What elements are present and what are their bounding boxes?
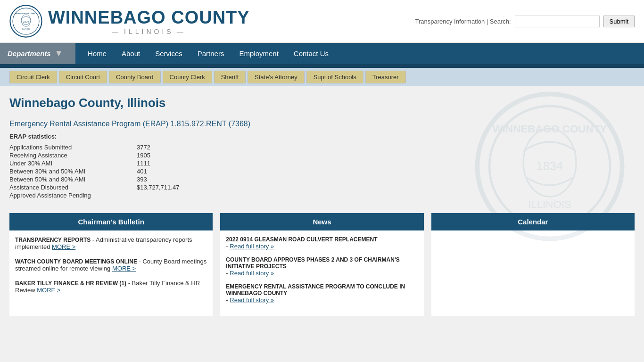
- svg-text:ILLINOIS: ILLINOIS: [22, 28, 30, 30]
- news-item-link-line: - Read full story »: [226, 296, 418, 304]
- nav-partners[interactable]: Partners: [190, 43, 232, 64]
- stat-value: 401: [137, 168, 147, 175]
- site-header: WINNEBAGO COUNTY ILLINOIS 1834 WINNEBAGO…: [0, 0, 644, 43]
- site-title: WINNEBAGO COUNTY ILLINOIS: [48, 8, 250, 35]
- bulletin-more-link[interactable]: MORE >: [52, 243, 75, 250]
- bulletin-item-title: BAKER TILLY FINANCE & HR REVIEW (1): [15, 280, 126, 287]
- stat-value: 393: [137, 176, 147, 183]
- bulletin-more-link[interactable]: MORE >: [112, 265, 136, 272]
- bulletin-item-title: TRANSPARENCY REPORTS: [15, 237, 91, 243]
- stat-value: 1905: [137, 152, 150, 159]
- svg-text:WINNEBAGO COUNTY: WINNEBAGO COUNTY: [15, 12, 37, 15]
- county-seal: WINNEBAGO COUNTY ILLINOIS 1834: [9, 5, 42, 38]
- stat-label: Under 30% AMI: [9, 160, 127, 167]
- bulletin-panel: Chairman's Bulletin TRANSPARENCY REPORTS…: [9, 213, 213, 316]
- news-read-more-link[interactable]: Read full story »: [230, 270, 274, 277]
- bulletin-item-title: WATCH COUNTY BOARD MEETINGS ONLINE: [15, 258, 137, 265]
- nav-employment[interactable]: Employment: [231, 43, 286, 64]
- watermark-seal: WINNEBAGO COUNTY ILLINOIS 1834: [474, 91, 625, 242]
- stat-value: 3772: [137, 144, 150, 151]
- bulletin-header: Chairman's Bulletin: [9, 213, 213, 230]
- stat-label: Applications Submitted: [9, 144, 127, 151]
- dept-tab-treasurer[interactable]: Treasurer: [365, 71, 406, 83]
- nav-about[interactable]: About: [114, 43, 148, 64]
- svg-text:1834: 1834: [537, 159, 563, 173]
- departments-arrow-icon: ▼: [55, 49, 63, 58]
- dept-tab-circuit-clerk[interactable]: Circuit Clerk: [9, 71, 57, 83]
- news-item: EMERGENCY RENTAL ASSISTANCE PROGRAM TO C…: [226, 283, 418, 304]
- secondary-bar: [0, 64, 644, 68]
- search-input[interactable]: [515, 16, 600, 27]
- departments-label: Departments: [8, 49, 51, 58]
- nav-services[interactable]: Services: [148, 43, 190, 64]
- svg-text:1834: 1834: [23, 20, 29, 23]
- dept-tab-county-board[interactable]: County Board: [109, 71, 161, 83]
- nav-home[interactable]: Home: [80, 43, 114, 64]
- nav-links: Home About Services Partners Employment …: [75, 43, 341, 64]
- dept-tab-county-clerk[interactable]: County Clerk: [163, 71, 212, 83]
- stat-label: Between 30% and 50% AMI: [9, 168, 127, 175]
- news-body: 2022 0914 GLEASMAN ROAD CULVERT REPLACEM…: [220, 230, 423, 316]
- news-header: News: [220, 213, 423, 230]
- search-submit-button[interactable]: Submit: [603, 16, 635, 27]
- nav-contact[interactable]: Contact Us: [286, 43, 336, 64]
- news-item: 2022 0914 GLEASMAN ROAD CULVERT REPLACEM…: [226, 236, 418, 250]
- svg-text:ILLINOIS: ILLINOIS: [528, 198, 571, 210]
- news-item-title: COUNTY BOARD APPROVES PHASES 2 AND 3 OF …: [226, 256, 418, 270]
- stat-label: Approved Assistance Pending: [9, 192, 127, 199]
- news-read-more-link[interactable]: Read full story »: [230, 296, 274, 304]
- news-panel: News 2022 0914 GLEASMAN ROAD CULVERT REP…: [220, 213, 423, 316]
- stat-label: Receiving Assistance: [9, 152, 127, 159]
- main-content: WINNEBAGO COUNTY ILLINOIS 1834 Winnebago…: [0, 86, 644, 325]
- bulletin-more-link[interactable]: MORE >: [37, 287, 60, 294]
- dept-tab-sheriff[interactable]: Sheriff: [214, 71, 246, 83]
- nav-bar: Departments ▼ Home About Services Partne…: [0, 43, 644, 64]
- bulletin-body: TRANSPARENCY REPORTS - Administrative tr…: [9, 230, 213, 307]
- departments-dropdown[interactable]: Departments ▼: [0, 43, 75, 64]
- stat-label: Assistance Disbursed: [9, 184, 127, 191]
- bulletin-item: BAKER TILLY FINANCE & HR REVIEW (1) - Ba…: [15, 280, 207, 294]
- transparency-label: Transparency Information | Search:: [415, 18, 511, 25]
- site-name: WINNEBAGO COUNTY: [48, 8, 250, 28]
- dept-tab-circuit-court[interactable]: Circuit Court: [59, 71, 107, 83]
- dept-tab-supt-of-schools[interactable]: Supt of Schools: [306, 71, 363, 83]
- news-read-more-link[interactable]: Read full story »: [230, 243, 274, 250]
- bulletin-item: WATCH COUNTY BOARD MEETINGS ONLINE - Cou…: [15, 258, 207, 272]
- stat-value: 1111: [137, 160, 150, 167]
- news-item-link-line: - Read full story »: [226, 243, 418, 250]
- header-search-area: Transparency Information | Search: Submi…: [415, 16, 635, 27]
- stat-label: Between 50% and 80% AMI: [9, 176, 127, 183]
- site-subtitle: ILLINOIS: [48, 28, 250, 35]
- logo-area: WINNEBAGO COUNTY ILLINOIS 1834 WINNEBAGO…: [9, 5, 250, 38]
- news-item-title: EMERGENCY RENTAL ASSISTANCE PROGRAM TO C…: [226, 283, 418, 296]
- dept-tab-states-attorney[interactable]: State's Attorney: [248, 71, 305, 83]
- news-item: COUNTY BOARD APPROVES PHASES 2 AND 3 OF …: [226, 256, 418, 277]
- bulletin-item: TRANSPARENCY REPORTS - Administrative tr…: [15, 236, 207, 250]
- news-item-link-line: - Read full story »: [226, 270, 418, 277]
- dept-tabs-bar: Circuit ClerkCircuit CourtCounty BoardCo…: [0, 68, 644, 86]
- stat-value: $13,727,711.47: [137, 184, 179, 191]
- news-item-title: 2022 0914 GLEASMAN ROAD CULVERT REPLACEM…: [226, 236, 418, 243]
